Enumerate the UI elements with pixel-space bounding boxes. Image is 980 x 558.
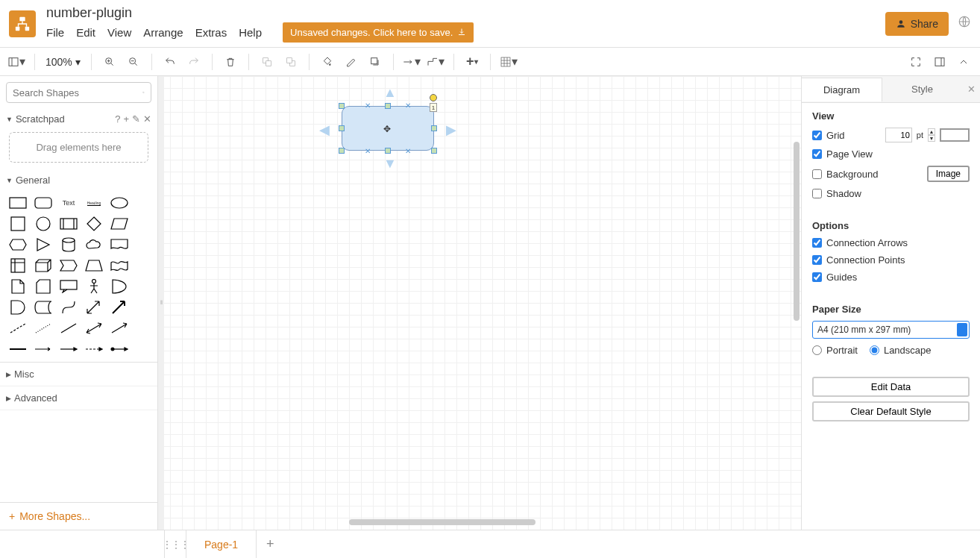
line-color-button[interactable] — [341, 51, 362, 72]
more-shapes-button[interactable]: + More Shapes... — [0, 502, 157, 530]
grid-checkbox[interactable]: Grid — [812, 130, 845, 141]
shape-search[interactable] — [6, 82, 151, 103]
rotate-handle[interactable] — [430, 94, 437, 101]
page-tab-1[interactable]: Page-1 — [186, 530, 257, 558]
shape-dir-connector[interactable] — [109, 320, 130, 336]
step-down[interactable]: ▼ — [928, 135, 935, 142]
to-front-button[interactable] — [257, 51, 277, 72]
grid-size-input[interactable] — [885, 128, 912, 142]
dir-arrow-up[interactable]: ▲ — [383, 85, 397, 101]
shape-callout[interactable] — [58, 278, 79, 295]
shape-document[interactable] — [109, 236, 130, 253]
shape-dashed-arrow[interactable] — [84, 341, 104, 357]
resize-handle-tc[interactable] — [385, 103, 391, 109]
shape-rect[interactable] — [7, 195, 28, 211]
shape-diamond[interactable] — [84, 216, 104, 232]
shadow-checkbox[interactable]: Shadow — [812, 188, 861, 199]
resize-handle-rc[interactable] — [431, 125, 437, 131]
shape-triangle[interactable] — [33, 236, 54, 253]
shape-or[interactable] — [109, 278, 130, 295]
sidebar-toggle-button[interactable]: ▾ — [6, 51, 27, 72]
shape-data-storage[interactable] — [33, 299, 54, 316]
background-image-button[interactable]: Image — [927, 166, 970, 182]
advanced-header[interactable]: ▶ Advanced — [0, 386, 157, 410]
shape-tape[interactable] — [109, 257, 130, 274]
conn-pt[interactable]: ✕ — [365, 101, 371, 110]
fullscreen-button[interactable] — [905, 51, 926, 72]
page-view-checkbox[interactable]: Page View — [812, 148, 873, 160]
app-logo[interactable] — [9, 10, 36, 37]
guides-checkbox[interactable]: Guides — [812, 272, 857, 283]
shape-dotted-line[interactable] — [33, 320, 54, 336]
fill-color-button[interactable] — [317, 51, 338, 72]
document-title[interactable]: number-plugin — [46, 5, 474, 21]
close-icon[interactable]: ✕ — [143, 113, 151, 125]
delete-button[interactable] — [220, 51, 241, 72]
shape-cloud[interactable] — [84, 236, 104, 253]
resize-handle-lc[interactable] — [339, 125, 345, 131]
edit-data-button[interactable]: Edit Data — [812, 377, 970, 397]
to-back-button[interactable] — [280, 51, 301, 72]
undo-button[interactable] — [160, 51, 180, 72]
scratchpad-header[interactable]: ▼ Scratchpad ? + ✎ ✕ — [0, 109, 157, 129]
shape-square[interactable] — [7, 216, 28, 232]
canvas[interactable]: ⦀ ◀ ▶ ▲ ▼ 1 ✕ ✕ ✕ ✕ — [158, 76, 801, 530]
shape-hexagon[interactable] — [7, 236, 28, 253]
shape-trapezoid[interactable] — [84, 257, 104, 274]
scratchpad-dropzone[interactable]: Drag elements here — [9, 132, 148, 163]
shape-thin-arrow[interactable] — [58, 341, 79, 357]
conn-pt[interactable]: ✕ — [405, 101, 411, 110]
shape-link[interactable] — [7, 341, 28, 357]
tab-diagram[interactable]: Diagram — [802, 78, 882, 101]
shape-rounded-rect[interactable] — [33, 195, 54, 211]
background-checkbox[interactable]: Background — [812, 169, 878, 180]
menu-file[interactable]: File — [46, 26, 64, 39]
canvas-page[interactable]: ◀ ▶ ▲ ▼ 1 ✕ ✕ ✕ ✕ ✥ — [164, 76, 801, 530]
misc-header[interactable]: ▶ Misc — [0, 363, 157, 386]
shape-cylinder[interactable] — [58, 236, 79, 253]
menu-view[interactable]: View — [107, 26, 131, 39]
paper-size-select[interactable]: A4 (210 mm x 297 mm) — [812, 321, 970, 339]
add-icon[interactable]: + — [123, 113, 129, 125]
waypoints-dropdown[interactable]: ▾ — [425, 51, 446, 72]
menu-extras[interactable]: Extras — [195, 26, 227, 39]
clear-default-style-button[interactable]: Clear Default Style — [812, 401, 970, 421]
conn-arrows-checkbox[interactable]: Connection Arrows — [812, 237, 908, 248]
shadow-button[interactable] — [365, 51, 386, 72]
shape-note[interactable] — [7, 278, 28, 295]
table-dropdown[interactable]: ▾ — [498, 51, 519, 72]
shape-thin-arrow-open[interactable] — [33, 341, 54, 357]
general-header[interactable]: ▼ General — [0, 170, 157, 190]
insert-dropdown[interactable]: +▾ — [462, 51, 483, 72]
shape-ball-arrow[interactable] — [109, 341, 130, 357]
shape-actor[interactable] — [84, 278, 104, 295]
shape-bidir-connector[interactable] — [84, 320, 104, 336]
add-page-button[interactable]: + — [257, 536, 283, 552]
panel-close-icon[interactable]: ✕ — [962, 84, 980, 95]
grid-color-swatch[interactable] — [940, 128, 970, 142]
shape-circle[interactable] — [33, 216, 54, 232]
shape-and[interactable] — [7, 299, 28, 316]
shape-curve[interactable] — [58, 299, 79, 316]
resize-handle-tl[interactable] — [339, 103, 345, 109]
search-input[interactable] — [13, 87, 138, 98]
help-icon[interactable]: ? — [115, 113, 120, 125]
collapse-button[interactable] — [953, 51, 974, 72]
edit-icon[interactable]: ✎ — [132, 113, 140, 125]
shape-step[interactable] — [58, 257, 79, 274]
menu-edit[interactable]: Edit — [76, 26, 95, 39]
selected-shape[interactable]: ◀ ▶ ▲ ▼ 1 ✕ ✕ ✕ ✕ ✥ — [342, 106, 434, 151]
shape-dashed-line[interactable] — [7, 320, 28, 336]
resize-handle-bl[interactable] — [339, 148, 345, 154]
zoom-dropdown[interactable]: 100%▾ — [43, 56, 84, 68]
tab-style[interactable]: Style — [882, 78, 962, 101]
zoom-out-button[interactable] — [123, 51, 144, 72]
landscape-radio[interactable]: Landscape — [870, 345, 932, 356]
shape-line[interactable] — [58, 320, 79, 336]
shape-card[interactable] — [33, 278, 54, 295]
format-panel-toggle[interactable] — [929, 51, 950, 72]
dir-arrow-left[interactable]: ◀ — [319, 122, 330, 138]
resize-handle-bc[interactable] — [385, 148, 391, 154]
page-drag-handle[interactable]: ⋮⋮⋮ — [164, 530, 186, 558]
unsaved-changes-button[interactable]: Unsaved changes. Click here to save. — [283, 22, 474, 43]
